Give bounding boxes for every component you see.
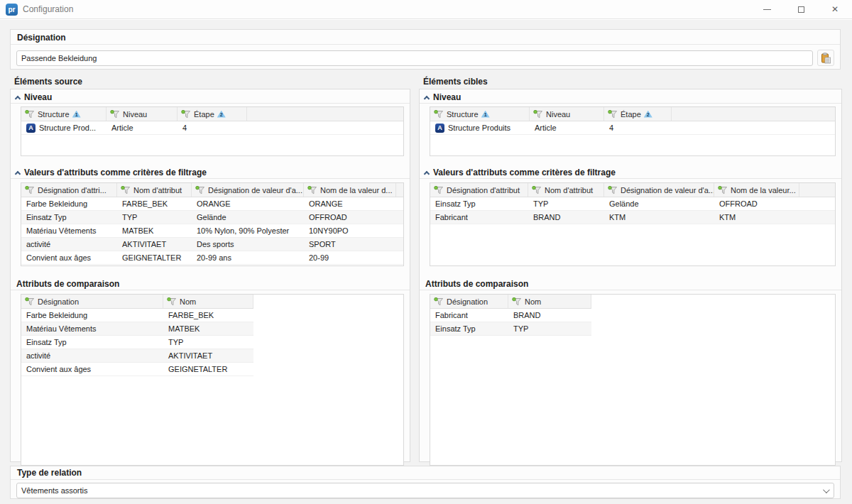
filter-funnel-icon[interactable] [167, 297, 177, 306]
column-header-name[interactable]: Nom [508, 295, 591, 308]
column-header-niveau[interactable]: Niveau [106, 107, 178, 121]
table-row[interactable]: Matériau VêtementsMATBEK10% Nylon, 90% P… [21, 224, 403, 238]
filter-funnel-icon[interactable] [25, 110, 35, 119]
table-row[interactable]: FabricantBRANDKTMKTM [430, 211, 835, 224]
column-header-attr-designation[interactable]: Désignation d'attri... [21, 183, 117, 197]
table-cell: Fabricant [430, 211, 528, 224]
filter-funnel-icon[interactable] [434, 297, 444, 306]
table-row[interactable]: Einsatz TypTYPGeländeOFFROAD [430, 197, 835, 211]
table-cell: Farbe Bekleidung [21, 309, 163, 322]
table-row[interactable]: Farbe BekleidungFARBE_BEK [21, 309, 253, 322]
designation-input[interactable] [16, 50, 813, 66]
table-cell: GEIGNETALTER [117, 251, 192, 264]
target-filters-section-toggle[interactable]: Valeurs d'attributs comme critères de fi… [420, 165, 841, 179]
source-niveau-section-toggle[interactable]: Niveau [11, 89, 410, 104]
filter-funnel-icon[interactable] [532, 186, 542, 195]
table-row[interactable]: activitéAKTIVITAETDes sportsSPORT [21, 238, 403, 251]
table-cell: TYP [163, 336, 253, 349]
maximize-button[interactable] [784, 0, 818, 18]
column-header-etape[interactable]: Étape 2 [604, 107, 672, 121]
section-title: Attributs de comparaison [425, 279, 528, 289]
table-row[interactable]: Einsatz TypTYP [21, 336, 253, 349]
filter-funnel-icon[interactable] [718, 186, 728, 195]
column-header-structure[interactable]: Structure 1 [430, 107, 530, 121]
table-header-row: Structure 1 Niveau Étape 2 [430, 107, 835, 121]
table-cell: GEIGNETALTER [163, 363, 253, 376]
filter-funnel-icon[interactable] [181, 110, 191, 119]
table-cell: 20-99 ans [192, 251, 304, 264]
table-row[interactable]: Farbe BekleidungFARBE_BEKORANGEORANGE [21, 197, 403, 211]
filter-funnel-icon[interactable] [307, 186, 317, 195]
filter-funnel-icon[interactable] [121, 186, 131, 195]
column-header-attr-name[interactable]: Nom d'attribut [117, 183, 192, 197]
table-row[interactable]: Matériau VêtementsMATBEK [21, 322, 253, 336]
table-row[interactable]: AStructure ProduitsArticle4 [430, 121, 835, 135]
table-header-row: Désignation d'attribut Nom d'attribut Dé… [430, 183, 835, 197]
target-comparison-table: Désignation Nom FabricantBRANDEinsatz Ty… [430, 294, 836, 466]
table-row[interactable]: Einsatz TypTYPGeländeOFFROAD [21, 211, 403, 224]
table-cell: FARBE_BEK [117, 197, 192, 210]
column-header-label: Étape [194, 110, 214, 119]
relation-type-select[interactable]: Vêtements assortis [16, 483, 834, 498]
column-header-value-name[interactable]: Nom de la valeur d... [304, 183, 396, 197]
table-row[interactable]: Einsatz TypTYP [430, 322, 591, 336]
table-cell: 20-99 [304, 251, 396, 264]
close-button[interactable]: ✕ [818, 0, 852, 18]
column-header-label: Nom de la valeur... [731, 186, 796, 195]
filter-funnel-icon[interactable] [25, 297, 35, 306]
table-cell: Article [106, 121, 178, 134]
column-header-designation[interactable]: Désignation [21, 295, 163, 308]
table-cell: Article [530, 121, 604, 134]
filter-funnel-icon[interactable] [195, 186, 205, 195]
column-header-label: Désignation d'attribut [447, 186, 520, 195]
column-header-niveau[interactable]: Niveau [530, 107, 604, 121]
column-header-attr-designation[interactable]: Désignation d'attribut [430, 183, 528, 197]
column-header-label: Structure [38, 110, 70, 119]
table-row[interactable]: activitéAKTIVITAET [21, 349, 253, 363]
column-header-label: Désignation [447, 297, 488, 306]
column-header-label: Étape [621, 110, 641, 119]
column-header-label: Nom [525, 297, 541, 306]
column-header-label: Nom d'attribut [133, 186, 182, 195]
source-filter-values-table: Désignation d'attri... Nom d'attribut Dé… [21, 182, 404, 266]
filter-funnel-icon[interactable] [434, 186, 444, 195]
source-elements-box: Niveau Structure 1 Niveau Étape [10, 89, 410, 462]
table-row[interactable]: FabricantBRAND [430, 309, 591, 322]
filter-funnel-icon[interactable] [608, 186, 618, 195]
cell-text: Structure Produits [448, 124, 510, 132]
column-header-label: Désignation d'attri... [38, 186, 106, 195]
target-elements-title: Éléments cibles [423, 77, 488, 87]
table-row[interactable]: AStructure Prod...Article4 [21, 121, 403, 135]
filter-funnel-icon[interactable] [110, 110, 120, 119]
target-niveau-section-toggle[interactable]: Niveau [420, 89, 841, 104]
minimize-button[interactable] [750, 0, 784, 18]
table-cell: BRAND [528, 211, 604, 224]
table-row[interactable]: Convient aux âgesGEIGNETALTER [21, 363, 253, 376]
filter-funnel-icon[interactable] [512, 297, 522, 306]
column-header-attr-name[interactable]: Nom d'attribut [528, 183, 604, 197]
chevron-up-icon [15, 170, 21, 176]
column-header-etape[interactable]: Étape 2 [178, 107, 247, 121]
column-header-value-designation[interactable]: Désignation de valeur d'a... [192, 183, 304, 197]
table-header-row: Désignation Nom [430, 295, 591, 309]
column-header-value-designation[interactable]: Désignation de valeur d'a... [604, 183, 714, 197]
paste-button[interactable] [817, 50, 834, 66]
target-filter-values-table: Désignation d'attribut Nom d'attribut Dé… [430, 182, 836, 266]
table-row[interactable]: Convient aux âgesGEIGNETALTER20-99 ans20… [21, 251, 403, 265]
column-header-structure[interactable]: Structure 1 [21, 107, 106, 121]
table-cell: ORANGE [192, 197, 304, 210]
column-header-name[interactable]: Nom [163, 295, 253, 308]
column-header-value-name[interactable]: Nom de la valeur... [714, 183, 799, 197]
column-header-filler [247, 107, 403, 121]
filter-funnel-icon[interactable] [434, 110, 444, 119]
title-bar: pr Configuration ✕ [0, 0, 852, 19]
window-controls: ✕ [750, 0, 852, 18]
source-filters-section-toggle[interactable]: Valeurs d'attributs comme critères de fi… [11, 165, 410, 179]
column-header-label: Niveau [546, 110, 570, 119]
column-header-label: Niveau [123, 110, 147, 119]
column-header-designation[interactable]: Désignation [430, 295, 508, 308]
filter-funnel-icon[interactable] [25, 186, 35, 195]
table-cell: Einsatz Typ [21, 336, 163, 349]
filter-funnel-icon[interactable] [608, 110, 618, 119]
filter-funnel-icon[interactable] [533, 110, 543, 119]
